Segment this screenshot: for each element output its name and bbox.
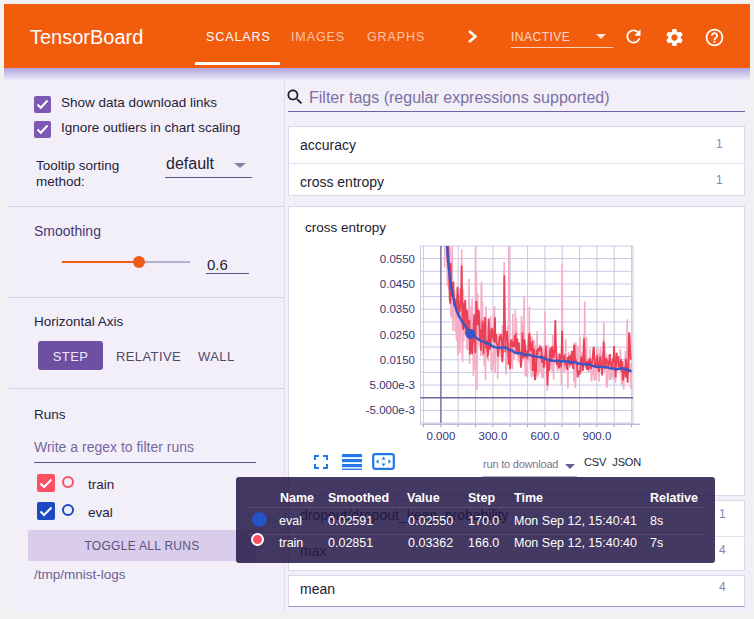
svg-text:0.0350: 0.0350: [380, 303, 415, 315]
svg-text:300.0: 300.0: [479, 430, 508, 442]
svg-text:5.000e-3: 5.000e-3: [370, 379, 415, 391]
svg-text:0.000: 0.000: [427, 430, 456, 442]
svg-text:-5.000e-3: -5.000e-3: [366, 404, 415, 416]
svg-text:0.0550: 0.0550: [380, 253, 415, 265]
svg-text:0.0250: 0.0250: [380, 329, 415, 341]
svg-text:900.0: 900.0: [583, 430, 612, 442]
svg-text:0.0150: 0.0150: [380, 354, 415, 366]
svg-text:0.0450: 0.0450: [380, 278, 415, 290]
svg-text:600.0: 600.0: [531, 430, 560, 442]
